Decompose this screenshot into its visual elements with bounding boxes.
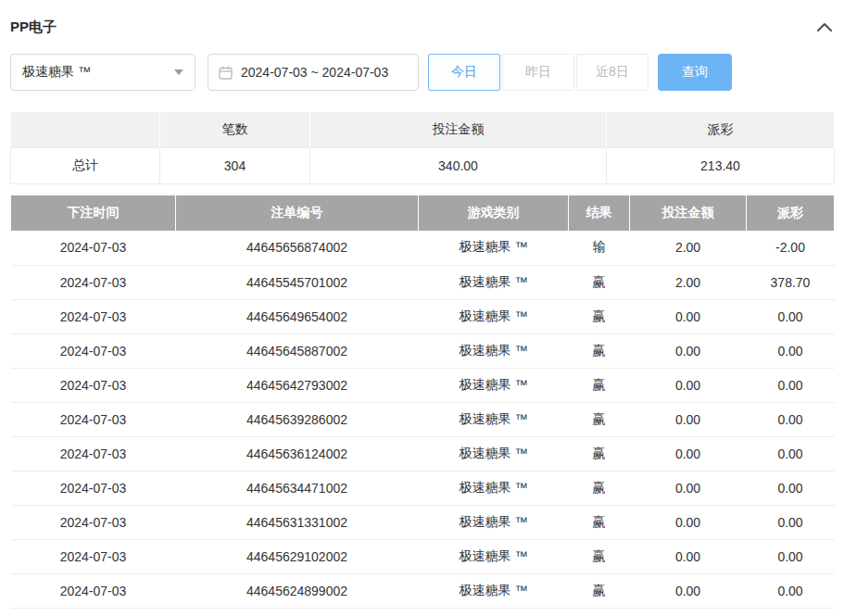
summary-table: 笔数 投注金额 派彩 总计 304 340.00 213.40 — [10, 111, 835, 184]
pp-games-panel: PP电子 极速糖果 ™ 2024-07-03 ~ 2024-07-03 今日 昨… — [0, 0, 844, 609]
cell-payout: -2.00 — [747, 231, 835, 265]
col-header-bet-time: 下注时间 — [11, 195, 176, 231]
cell-order: 44645642793002 — [176, 368, 419, 402]
summary-header-row: 笔数 投注金额 派彩 — [11, 112, 835, 148]
summary-total-label: 总计 — [11, 148, 160, 184]
query-button[interactable]: 查询 — [658, 54, 732, 91]
summary-header-bet: 投注金额 — [310, 112, 607, 148]
page-title: PP电子 — [10, 19, 57, 36]
cell-payout: 0.00 — [747, 471, 835, 505]
cell-date: 2024-07-03 — [11, 471, 176, 505]
table-row: 2024-07-03 44645636124002 极速糖果 ™ 赢 0.00 … — [11, 436, 835, 471]
cell-payout: 0.00 — [747, 539, 835, 573]
cell-game: 极速糖果 ™ — [419, 471, 569, 505]
date-range-picker[interactable]: 2024-07-03 ~ 2024-07-03 — [208, 54, 419, 91]
cell-date: 2024-07-03 — [11, 299, 176, 333]
summary-total-bet: 340.00 — [310, 148, 607, 184]
cell-date: 2024-07-03 — [11, 436, 176, 471]
chevron-down-icon — [174, 69, 183, 75]
collapse-button[interactable] — [815, 20, 834, 33]
summary-header-blank — [11, 112, 160, 148]
cell-game: 极速糖果 ™ — [419, 231, 569, 265]
cell-date: 2024-07-03 — [11, 333, 176, 368]
cell-result: 赢 — [569, 299, 630, 333]
col-header-result: 结果 — [569, 195, 630, 231]
summary-total-row: 总计 304 340.00 213.40 — [11, 148, 835, 184]
cell-bet: 2.00 — [630, 231, 747, 265]
game-select-value: 极速糖果 ™ — [22, 64, 91, 81]
panel-header: PP电子 — [10, 13, 834, 41]
cell-payout: 0.00 — [747, 368, 835, 402]
col-header-order-id: 注单编号 — [176, 195, 419, 231]
table-row: 2024-07-03 44645629102002 极速糖果 ™ 赢 0.00 … — [11, 539, 835, 573]
cell-bet: 0.00 — [630, 471, 747, 505]
bet-records-table: 下注时间 注单编号 游戏类别 结果 投注金额 派彩 2024-07-03 446… — [10, 195, 835, 609]
cell-date: 2024-07-03 — [11, 573, 176, 608]
table-row: 2024-07-03 44645634471002 极速糖果 ™ 赢 0.00 … — [11, 471, 835, 505]
cell-order: 44645634471002 — [176, 471, 419, 505]
cell-order: 44645545701002 — [176, 265, 419, 299]
table-row: 2024-07-03 44645545701002 极速糖果 ™ 赢 2.00 … — [11, 265, 835, 299]
cell-order: 44645636124002 — [176, 436, 419, 471]
cell-date: 2024-07-03 — [11, 505, 176, 539]
date-quick-filter: 今日 昨日 近8日 — [428, 54, 649, 91]
table-row: 2024-07-03 44645642793002 极速糖果 ™ 赢 0.00 … — [11, 368, 835, 402]
today-button[interactable]: 今日 — [428, 54, 500, 91]
table-row: 2024-07-03 44645631331002 极速糖果 ™ 赢 0.00 … — [11, 505, 835, 539]
cell-result: 赢 — [569, 505, 630, 539]
cell-date: 2024-07-03 — [11, 368, 176, 402]
cell-order: 44645624899002 — [176, 573, 419, 608]
cell-payout: 0.00 — [747, 436, 835, 471]
calendar-icon — [219, 66, 233, 80]
cell-payout: 378.70 — [747, 265, 835, 299]
cell-bet: 0.00 — [630, 539, 747, 573]
col-header-payout: 派彩 — [747, 195, 835, 231]
cell-result: 赢 — [569, 539, 630, 573]
yesterday-button[interactable]: 昨日 — [502, 54, 574, 91]
cell-result: 赢 — [569, 436, 630, 471]
cell-result: 赢 — [569, 368, 630, 402]
cell-result: 赢 — [569, 573, 630, 608]
summary-header-count: 笔数 — [160, 112, 310, 148]
cell-payout: 0.00 — [747, 333, 835, 368]
cell-payout: 0.00 — [747, 573, 835, 608]
last8days-button[interactable]: 近8日 — [576, 54, 649, 91]
cell-bet: 0.00 — [630, 333, 747, 368]
cell-game: 极速糖果 ™ — [419, 333, 569, 368]
cell-payout: 0.00 — [747, 505, 835, 539]
cell-game: 极速糖果 ™ — [419, 505, 569, 539]
cell-bet: 0.00 — [630, 299, 747, 333]
cell-date: 2024-07-03 — [11, 402, 176, 436]
cell-bet: 0.00 — [630, 402, 747, 436]
cell-result: 赢 — [569, 265, 630, 299]
table-row: 2024-07-03 44645639286002 极速糖果 ™ 赢 0.00 … — [11, 402, 835, 436]
cell-game: 极速糖果 ™ — [419, 573, 569, 608]
cell-bet: 0.00 — [630, 368, 747, 402]
filter-bar: 极速糖果 ™ 2024-07-03 ~ 2024-07-03 今日 昨日 近8日… — [10, 54, 834, 91]
table-row: 2024-07-03 44645624899002 极速糖果 ™ 赢 0.00 … — [11, 573, 835, 608]
cell-order: 44645631331002 — [176, 505, 419, 539]
cell-result: 输 — [569, 231, 630, 265]
cell-game: 极速糖果 ™ — [419, 299, 569, 333]
cell-game: 极速糖果 ™ — [419, 402, 569, 436]
cell-result: 赢 — [569, 402, 630, 436]
cell-game: 极速糖果 ™ — [419, 436, 569, 471]
cell-game: 极速糖果 ™ — [419, 368, 569, 402]
cell-result: 赢 — [569, 471, 630, 505]
game-select[interactable]: 极速糖果 ™ — [10, 54, 195, 91]
cell-game: 极速糖果 ™ — [419, 539, 569, 573]
cell-payout: 0.00 — [747, 299, 835, 333]
cell-order: 44645656874002 — [176, 231, 419, 265]
col-header-game-type: 游戏类别 — [419, 195, 569, 231]
date-range-value: 2024-07-03 ~ 2024-07-03 — [241, 65, 388, 80]
cell-date: 2024-07-03 — [11, 539, 176, 573]
summary-header-payout: 派彩 — [607, 112, 835, 148]
summary-total-payout: 213.40 — [607, 148, 835, 184]
cell-bet: 0.00 — [630, 505, 747, 539]
table-row: 2024-07-03 44645656874002 极速糖果 ™ 输 2.00 … — [11, 231, 835, 265]
cell-bet: 0.00 — [630, 436, 747, 471]
records-header-row: 下注时间 注单编号 游戏类别 结果 投注金额 派彩 — [11, 195, 835, 231]
summary-total-count: 304 — [160, 148, 310, 184]
cell-bet: 0.00 — [630, 573, 747, 608]
cell-order: 44645645887002 — [176, 333, 419, 368]
